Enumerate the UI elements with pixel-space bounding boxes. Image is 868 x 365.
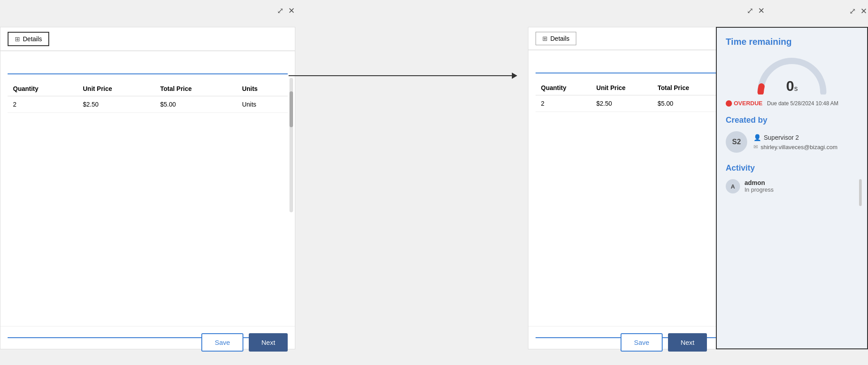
creator-name: Supervisor 2 bbox=[764, 134, 799, 141]
activity-content: admon In progress bbox=[745, 179, 858, 193]
gauge-container: 0s bbox=[726, 54, 858, 94]
activity-status: In progress bbox=[745, 186, 858, 193]
left-expand-icon[interactable]: ⤢ bbox=[277, 6, 284, 16]
activity-item: A admon In progress bbox=[726, 179, 858, 193]
middle-details-button[interactable]: ⊞ Details bbox=[536, 32, 576, 45]
left-table: Quantity Unit Price Total Price Units 2 … bbox=[8, 82, 288, 113]
right-next-button[interactable]: Next bbox=[668, 333, 707, 352]
created-by-title: Created by bbox=[726, 116, 858, 125]
overdue-circle-icon bbox=[726, 100, 732, 107]
time-remaining-title: Time remaining bbox=[726, 37, 858, 47]
mid-col-quantity: Quantity bbox=[536, 81, 591, 95]
creator-email: shirley.villaveces@bizagi.com bbox=[761, 144, 838, 150]
left-details-button[interactable]: ⊞ Details bbox=[8, 32, 49, 46]
left-input-field[interactable] bbox=[8, 58, 288, 74]
activity-avatar: A bbox=[726, 179, 740, 193]
activity-section: Activity A admon In progress bbox=[726, 163, 858, 193]
middle-details-label: Details bbox=[550, 35, 570, 42]
overdue-badge: OVERDUE bbox=[726, 100, 762, 107]
right-close-icon[interactable]: ✕ bbox=[860, 6, 867, 16]
right-sidebar: ⤢ ✕ Time remaining 0s OVERDUE Due date 5… bbox=[716, 27, 868, 349]
table-row: 2 $2.50 $5.00 Units bbox=[8, 96, 288, 113]
left-col-quantity: Quantity bbox=[8, 82, 77, 96]
left-window-controls: ⤢ ✕ bbox=[277, 6, 295, 16]
left-footer-buttons: Save Next bbox=[201, 333, 288, 352]
left-panel: ⤢ ✕ ⊞ Details Quantity Unit Price Total … bbox=[0, 27, 295, 349]
created-by-row: S2 👤 Supervisor 2 ✉ shirley.villaveces@b… bbox=[726, 131, 858, 153]
creator-name-row: 👤 Supervisor 2 bbox=[753, 134, 838, 141]
time-unit: s bbox=[794, 85, 798, 92]
left-cell-unitprice: $2.50 bbox=[77, 96, 155, 113]
middle-window-controls: ⤢ ✕ bbox=[747, 6, 765, 16]
mid-col-totalprice: Total Price bbox=[652, 81, 717, 95]
right-window-controls: ⤢ ✕ bbox=[849, 6, 867, 16]
middle-details-icon: ⊞ bbox=[542, 35, 548, 42]
creator-avatar-label: S2 bbox=[732, 138, 741, 146]
overdue-label: OVERDUE bbox=[734, 100, 762, 107]
middle-expand-icon[interactable]: ⤢ bbox=[747, 6, 753, 16]
left-scrollbar[interactable] bbox=[289, 78, 293, 212]
creator-avatar: S2 bbox=[726, 131, 747, 153]
left-col-units: Units bbox=[237, 82, 288, 96]
right-footer-buttons: Save Next bbox=[621, 333, 707, 352]
left-next-button[interactable]: Next bbox=[249, 333, 288, 352]
time-number: 0 bbox=[786, 78, 794, 94]
person-icon: 👤 bbox=[753, 134, 761, 141]
left-close-icon[interactable]: ✕ bbox=[288, 6, 295, 16]
left-cell-totalprice: $5.00 bbox=[155, 96, 237, 113]
creator-email-row: ✉ shirley.villaveces@bizagi.com bbox=[753, 144, 838, 150]
email-icon: ✉ bbox=[753, 144, 758, 150]
mid-cell-quantity: 2 bbox=[536, 95, 591, 112]
arrow-connector bbox=[289, 75, 517, 76]
left-panel-header: ⊞ Details bbox=[0, 27, 295, 51]
left-scrollbar-thumb bbox=[289, 91, 293, 127]
left-save-button[interactable]: Save bbox=[201, 333, 243, 352]
left-details-label: Details bbox=[23, 35, 42, 43]
mid-cell-unitprice: $2.50 bbox=[591, 95, 652, 112]
middle-close-icon[interactable]: ✕ bbox=[758, 6, 765, 16]
activity-scrollbar[interactable] bbox=[859, 179, 862, 206]
right-expand-icon[interactable]: ⤢ bbox=[849, 6, 856, 16]
right-save-button[interactable]: Save bbox=[621, 333, 663, 352]
left-col-unitprice: Unit Price bbox=[77, 82, 155, 96]
mid-col-unitprice: Unit Price bbox=[591, 81, 652, 95]
left-details-icon: ⊞ bbox=[15, 35, 20, 43]
activity-name: admon bbox=[745, 179, 858, 186]
due-date-text: Due date 5/28/2024 10:48 AM bbox=[767, 100, 838, 107]
left-table-container: Quantity Unit Price Total Price Units 2 … bbox=[0, 51, 295, 326]
creator-info: 👤 Supervisor 2 ✉ shirley.villaveces@biza… bbox=[753, 134, 838, 150]
time-value: 0s bbox=[786, 78, 798, 94]
activity-title: Activity bbox=[726, 163, 858, 173]
left-cell-quantity: 2 bbox=[8, 96, 77, 113]
left-cell-units: Units bbox=[237, 96, 288, 113]
activity-avatar-label: A bbox=[731, 183, 735, 190]
left-col-totalprice: Total Price bbox=[155, 82, 237, 96]
mid-cell-totalprice: $5.00 bbox=[652, 95, 717, 112]
overdue-row: OVERDUE Due date 5/28/2024 10:48 AM bbox=[726, 100, 858, 107]
